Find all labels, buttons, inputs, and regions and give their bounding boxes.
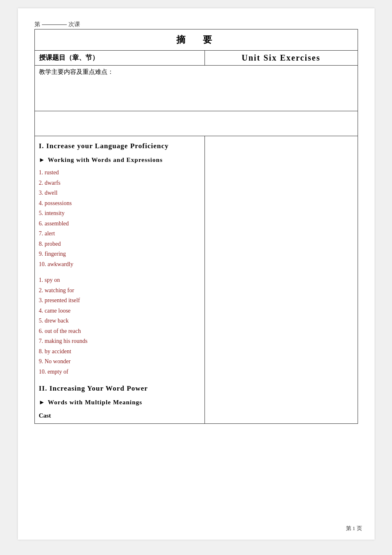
divider-row (34, 111, 358, 136)
list-item: 1. rusted (39, 168, 200, 178)
list-item: 2. watching for (39, 286, 200, 296)
section1-subheading: ► Working with Words and Expressions (39, 155, 200, 166)
subject-label: 授课题目（章、节） (34, 51, 205, 66)
list-item: 10. awkwardly (39, 259, 200, 270)
list-item: 10. empty of (39, 367, 200, 377)
content-cell: I. Increase your Language Proficiency ► … (34, 136, 205, 424)
section2-heading: II. Increasing Your Word Power (39, 383, 200, 395)
section1-subheading-text: Working with Words and Expressions (48, 155, 163, 166)
list-item: 4. came loose (39, 306, 200, 316)
page-number: 第 1 页 (346, 525, 362, 532)
list-item: 8. by accident (39, 347, 200, 357)
chevron-icon: ► (39, 155, 46, 166)
list-item: 3. presented itself (39, 296, 200, 306)
list-item: 1. spy on (39, 275, 200, 286)
subject-row: 授课题目（章、节） Unit Six Exercises (34, 51, 358, 66)
teaching-label: 教学主要内容及重点难点： (39, 68, 114, 75)
list-item: 9. fingering (39, 249, 200, 259)
list-item: 4. possessions (39, 198, 200, 209)
list-item: 7. making his rounds (39, 336, 200, 347)
section1-heading: I. Increase your Language Proficiency (39, 140, 200, 152)
empty-cell (34, 111, 358, 136)
side-cell (205, 136, 358, 424)
teaching-row: 教学主要内容及重点难点： (34, 66, 358, 111)
teaching-content-cell: 教学主要内容及重点难点： (34, 66, 358, 111)
title-row: 摘 要 (34, 29, 358, 51)
chevron-icon-2: ► (39, 397, 46, 408)
main-content-row: I. Increase your Language Proficiency ► … (34, 136, 358, 424)
header-row: 第 次课 (34, 21, 358, 28)
words-group2-list: 1. spy on 2. watching for 3. presented i… (39, 275, 200, 377)
list-item: 5. drew back (39, 316, 200, 326)
subject-value: Unit Six Exercises (205, 51, 358, 66)
words-group1-list: 1. rusted 2. dwarfs 3. dwell 4. possessi… (39, 168, 200, 269)
section2-subheading: ► Words with Multiple Meanings (39, 397, 200, 408)
header-middle: 次课 (68, 21, 80, 28)
list-item: 6. out of the reach (39, 326, 200, 337)
table-title: 摘 要 (34, 29, 358, 51)
header-label: 第 (34, 21, 40, 28)
section2-subheading-text: Words with Multiple Meanings (48, 397, 142, 408)
list-item: 3. dwell (39, 188, 200, 198)
list-item: 7. alert (39, 229, 200, 239)
main-table: 摘 要 授课题目（章、节） Unit Six Exercises 教学主要内容及… (34, 29, 358, 424)
list-item: 5. intensity (39, 208, 200, 219)
list-item: 2. dwarfs (39, 178, 200, 188)
header-underline (42, 24, 67, 25)
list-item: 9. No wonder (39, 357, 200, 367)
list-item: 6. assembled (39, 219, 200, 229)
page: 第 次课 摘 要 授课题目（章、节） Unit Six Exercises 教学… (18, 8, 375, 540)
cast-label: Cast (39, 411, 200, 421)
list-item: 8. probed (39, 239, 200, 249)
